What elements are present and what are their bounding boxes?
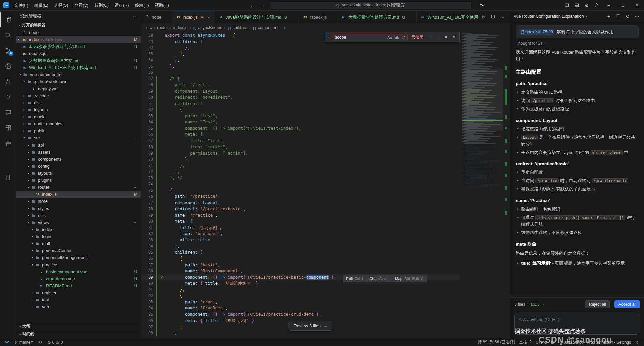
close-button[interactable]: × <box>630 0 644 11</box>
tree-folder-item[interactable]: ▾vue-admin-better <box>16 71 141 78</box>
code-line[interactable]: 95 component: () => import('@/views/prac… <box>141 311 460 318</box>
toggle-sidebar-icon[interactable] <box>561 0 572 11</box>
tree-folder-item[interactable]: ▸utils <box>16 212 141 219</box>
line-number[interactable]: 98 <box>141 330 156 336</box>
code-line[interactable]: 86 { <box>141 255 460 262</box>
tree-folder-item[interactable]: ▾views● <box>16 219 141 226</box>
line-number[interactable]: 59 <box>141 88 156 95</box>
code-line[interactable]: 91 }, <box>141 287 460 293</box>
editor-tab[interactable]: JSindex.jsM× <box>172 11 215 23</box>
sync-icon[interactable]: ↻ <box>480 14 488 20</box>
code-line[interactable]: 57 /* { <box>141 76 460 82</box>
code-editor[interactable]: 38export const asyncRoutes = [43 childre… <box>141 32 510 338</box>
comments-icon[interactable] <box>0 105 16 120</box>
open-editor-item[interactable]: JSrspack.js <box>16 50 141 57</box>
line-number[interactable]: 71 <box>141 163 156 169</box>
tree-folder-item[interactable]: ▸config <box>16 163 141 170</box>
line-number[interactable]: 92 <box>141 293 156 299</box>
breadcrumb-item[interactable]: []component <box>253 25 278 30</box>
code-line[interactable]: 56 <box>141 69 460 76</box>
line-number[interactable]: 89 <box>141 274 156 281</box>
files-count[interactable]: 3 files <box>514 302 525 307</box>
code-line[interactable]: 71 }, <box>141 163 460 169</box>
code-line[interactable]: 74 <box>141 181 460 187</box>
minimap[interactable] <box>462 32 503 338</box>
breadcrumb-item[interactable]: index.js <box>173 25 187 30</box>
line-number[interactable]: 53 <box>141 51 156 57</box>
more-actions-icon[interactable]: ⋯ <box>498 14 506 20</box>
indentation-status[interactable]: 空格: 2 <box>517 338 534 346</box>
split-editor-icon[interactable] <box>489 14 497 20</box>
sync-status[interactable]: ↻ <box>37 338 44 346</box>
problems-status[interactable]: ⊘0 ⚠0 <box>45 338 65 346</box>
line-number[interactable]: 78 <box>141 206 156 212</box>
code-line[interactable]: 92 { <box>141 293 460 299</box>
code-line[interactable]: 87 path: 'basic', <box>141 262 460 268</box>
editor-tab[interactable]: M↓大数据量查询处理方案.mdU <box>337 11 417 23</box>
code-line[interactable]: 63 path: "test", <box>141 113 460 119</box>
code-line[interactable]: 82 icon: 'box-open', <box>141 231 460 237</box>
code-line[interactable]: 78 redirect: '/practice/basic', <box>141 206 460 212</box>
chat-input[interactable]: Ask anything (Ctrl+L) + <box>514 313 640 335</box>
line-number[interactable]: 91 <box>141 287 156 293</box>
find-input[interactable]: scope Aa ab .* <box>333 34 408 41</box>
editor-tab[interactable]: node <box>141 11 172 23</box>
line-number[interactable]: 66 <box>141 131 156 138</box>
new-conversation-icon[interactable]: + <box>605 14 612 19</box>
line-number[interactable]: 61 <box>141 101 156 107</box>
inline-edit-button[interactable]: EditCtrl+I <box>343 277 366 281</box>
beaker-icon[interactable] <box>0 74 16 89</box>
tree-file-item[interactable]: Vbasic-component.vueU <box>16 268 141 275</box>
line-number[interactable]: 90 <box>141 280 156 287</box>
line-number[interactable]: 81 <box>141 225 156 231</box>
tree-folder-item[interactable]: ▸components <box>16 156 141 163</box>
tree-folder-item[interactable]: ▸plugins <box>16 177 141 184</box>
close-icon[interactable]: × <box>16 37 21 42</box>
whole-word-icon[interactable]: ab <box>394 35 400 40</box>
line-number[interactable]: 52 <box>141 45 156 51</box>
code-line[interactable]: 88 name: 'BasicComponent', <box>141 268 460 274</box>
line-number[interactable]: 57 <box>141 76 156 82</box>
code-line[interactable]: 72 ], <box>141 169 460 175</box>
code-line[interactable]: 58 path: "/test", <box>141 82 460 88</box>
line-number[interactable]: 38 <box>141 32 156 39</box>
close-icon[interactable]: × <box>451 35 457 40</box>
cascade-wave-icon[interactable] <box>479 2 485 9</box>
line-number[interactable]: 65 <box>141 125 156 132</box>
line-number[interactable]: 96 <box>141 318 156 324</box>
code-line[interactable]: 76 path: '/practice', <box>141 193 460 200</box>
code-line[interactable]: 73 }, */ <box>141 175 460 181</box>
code-line[interactable]: 69 permissions: ["admin"], <box>141 150 460 157</box>
line-number[interactable]: 76 <box>141 193 156 200</box>
tree-file-item[interactable]: Ydeploy.yml <box>16 85 141 92</box>
code-line[interactable]: 79 name: 'Practice', <box>141 212 460 219</box>
open-editor-item[interactable]: M↓大数据量查询处理方案.mdU <box>16 57 141 64</box>
code-line[interactable]: 98 ] <box>141 330 460 336</box>
line-number[interactable]: 69 <box>141 150 156 157</box>
tree-file-item[interactable]: M↓README.mdU <box>16 282 141 289</box>
breadcrumb-item[interactable]: []asyncRoutes <box>193 25 222 30</box>
minimize-button[interactable]: – <box>602 0 616 11</box>
tree-folder-item[interactable]: ▸.vscode <box>16 92 141 99</box>
menu-item[interactable]: 编辑(E) <box>31 0 51 11</box>
line-number[interactable]: 86 <box>141 255 156 262</box>
toggle-panel-icon[interactable] <box>572 0 582 11</box>
code-line[interactable]: 66 meta: { <box>141 131 460 138</box>
code-line[interactable]: 70 }, <box>141 156 460 163</box>
line-number[interactable]: 60 <box>141 94 156 101</box>
notifications-bell-icon[interactable] <box>633 338 641 346</box>
toggle-replace-icon[interactable]: › <box>327 35 331 39</box>
menu-item[interactable]: 文件(F) <box>11 0 31 11</box>
code-line[interactable]: 93 path: 'crud', <box>141 299 460 305</box>
menu-item[interactable]: 运行(R) <box>112 0 132 11</box>
inline-chat-button[interactable]: ChatCtrl+L <box>366 277 392 281</box>
line-number[interactable]: 70 <box>141 156 156 163</box>
tree-folder-item[interactable]: ▸vab <box>16 303 141 310</box>
tree-folder-item[interactable]: ▸personnelManagement <box>16 254 141 261</box>
line-number[interactable]: 62 <box>141 107 156 113</box>
tree-file-item[interactable]: JSindex.jsM <box>16 191 141 198</box>
extensions-icon[interactable] <box>0 120 16 135</box>
code-line[interactable]: 80 meta: { <box>141 218 460 225</box>
code-line[interactable]: 61 children: [ <box>141 101 460 107</box>
menu-item[interactable]: 终端(T) <box>132 0 152 11</box>
